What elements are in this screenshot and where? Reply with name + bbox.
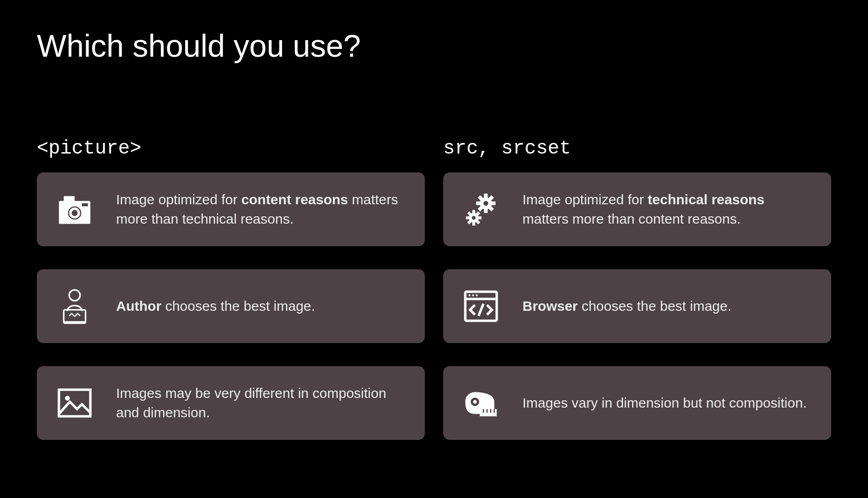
text-suffix: matters more than content reasons. (522, 211, 741, 226)
tape-measure-icon (462, 384, 500, 422)
srcset-column: src, srcset (443, 137, 831, 468)
card-text: Images may be very different in composit… (116, 384, 406, 422)
text-prefix: Images vary in dimension but not composi… (522, 395, 807, 410)
text-bold: Author (116, 298, 161, 314)
text-prefix: Images may be very different in composit… (116, 385, 386, 420)
card-author-chooses: Author chooses the best image. (37, 269, 425, 343)
text-bold: technical reasons (648, 192, 764, 207)
card-text: Images vary in dimension but not composi… (522, 393, 807, 413)
svg-rect-12 (484, 208, 488, 213)
author-icon (55, 287, 94, 326)
card-same-composition: Images vary in dimension but not composi… (443, 366, 831, 440)
text-prefix: Image optimized for (116, 192, 241, 207)
svg-point-29 (472, 216, 475, 219)
camera-icon (55, 190, 94, 229)
card-different-composition: Images may be very different in composit… (37, 366, 425, 440)
browser-icon (462, 287, 500, 326)
svg-point-9 (65, 396, 70, 401)
text-suffix: chooses the best image. (161, 298, 315, 314)
svg-rect-8 (59, 390, 90, 416)
svg-rect-1 (64, 196, 75, 202)
svg-rect-14 (491, 202, 496, 205)
svg-point-41 (473, 400, 477, 403)
card-content-reasons: Image optimized for content reasons matt… (37, 172, 425, 246)
card-text: Image optimized for technical reasons ma… (522, 190, 813, 229)
svg-point-32 (469, 294, 470, 296)
svg-point-5 (69, 290, 80, 301)
card-browser-chooses: Browser chooses the best image. (443, 269, 831, 343)
svg-line-35 (479, 304, 484, 316)
svg-point-33 (472, 294, 474, 296)
picture-column: <picture> Image optimized for content re… (37, 137, 425, 468)
text-prefix: Image optimized for (522, 192, 648, 207)
slide-title: Which should you use? (37, 28, 831, 64)
gears-icon (462, 190, 500, 229)
card-text: Browser chooses the best image. (522, 296, 732, 316)
text-bold: Browser (522, 298, 578, 314)
text-suffix: chooses the best image. (578, 298, 732, 314)
svg-rect-22 (472, 222, 475, 225)
card-text: Author chooses the best image. (116, 296, 315, 316)
srcset-column-heading: src, srcset (443, 137, 831, 160)
svg-rect-21 (472, 210, 475, 214)
svg-rect-11 (484, 194, 488, 199)
comparison-columns: <picture> Image optimized for content re… (37, 137, 831, 468)
svg-point-34 (476, 294, 478, 296)
picture-column-heading: <picture> (37, 137, 425, 160)
svg-rect-13 (476, 202, 481, 205)
svg-rect-4 (82, 203, 88, 207)
picture-icon (55, 384, 94, 422)
svg-rect-23 (466, 216, 469, 219)
card-technical-reasons: Image optimized for technical reasons ma… (443, 172, 831, 246)
svg-point-19 (483, 201, 488, 206)
text-bold: content reasons (241, 192, 348, 207)
svg-rect-24 (478, 216, 481, 219)
card-text: Image optimized for content reasons matt… (116, 190, 406, 229)
